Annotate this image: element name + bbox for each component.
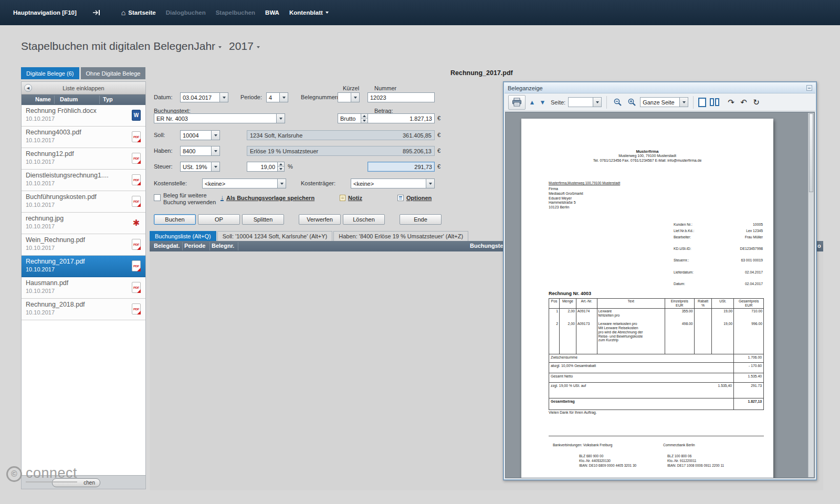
- item-cell: 19,00: [712, 309, 734, 321]
- chevron-down-icon[interactable]: [593, 98, 601, 107]
- optionen-link[interactable]: Optionen: [397, 195, 432, 201]
- table-header-cell: EinzelpreisEUR: [665, 299, 695, 308]
- page-up-icon[interactable]: ▲: [528, 99, 536, 106]
- spinner-buttons[interactable]: [361, 114, 368, 123]
- button-ende[interactable]: Ende: [400, 214, 442, 225]
- chevron-down-icon[interactable]: [219, 93, 228, 102]
- print-button[interactable]: [508, 95, 526, 110]
- doc-list-item[interactable]: Rechnung12.pdf10.10.2017PDF: [22, 148, 145, 170]
- notiz-link[interactable]: Notiz: [340, 195, 362, 201]
- beleg-weitere-line2: Buchung verwenden: [163, 199, 216, 206]
- button-löschen[interactable]: Löschen: [343, 214, 385, 225]
- doc-list-item[interactable]: Buchführungskosten.pdf10.10.2017PDF: [22, 191, 145, 213]
- collapse-arrow-icon[interactable]: ◀: [24, 84, 32, 92]
- window-menu-icon[interactable]: [806, 85, 812, 91]
- meta-label: Lief.Nr.b.Kd.:: [674, 229, 694, 233]
- booking-list-tab-0[interactable]: Buchungsliste (Alt+Q): [150, 231, 216, 241]
- rotate-cw-icon[interactable]: ↷: [726, 98, 736, 107]
- pin-icon[interactable]: [92, 9, 100, 16]
- chevron-down-icon[interactable]: [426, 179, 434, 188]
- single-page-icon[interactable]: [698, 98, 706, 107]
- nav-item-kontenblatt[interactable]: Kontenblatt: [289, 9, 329, 16]
- year-value-dropdown[interactable]: 2017: [229, 40, 260, 52]
- kostenstelle-combo[interactable]: <keine>: [202, 178, 286, 188]
- doc-list-item[interactable]: Wein_Rechnung.pdf10.10.2017PDF: [22, 234, 145, 256]
- kuerzel-value: [338, 93, 351, 102]
- image-icon: ✱: [132, 217, 141, 228]
- chevron-down-icon[interactable]: [351, 93, 359, 102]
- haben-saldo: 895.206,13: [403, 148, 432, 154]
- chevron-down-icon[interactable]: [679, 98, 688, 107]
- doc-date: 10.10.2017: [26, 202, 129, 208]
- chevron-down-icon[interactable]: [211, 162, 219, 171]
- rotate-ccw-icon[interactable]: ↶: [739, 98, 749, 107]
- booking-list-tab-1[interactable]: Soll: '10004 1234 Soft, Karlsruhe' (Alt+…: [217, 231, 333, 241]
- doc-list-item[interactable]: Rechnung4003.pdf10.10.2017PDF: [22, 127, 145, 148]
- doc-list-item[interactable]: Rechnung_2018.pdf10.10.2017PDF: [22, 299, 145, 320]
- jahr-dropdown[interactable]: Jahr: [194, 40, 222, 52]
- kostentraeger-combo[interactable]: <keine>: [351, 178, 435, 188]
- scrollbar-thumb[interactable]: [809, 113, 813, 192]
- nav-item-stapelbuchen[interactable]: Stapelbuchen: [216, 9, 255, 16]
- total-value: - 170.60: [733, 363, 763, 373]
- viewer-scrollbar[interactable]: [808, 113, 814, 477]
- rotate-180-icon[interactable]: ↻: [751, 98, 761, 107]
- doc-list-item[interactable]: Rechnung Fröhlich.docx10.10.2017W: [22, 105, 145, 127]
- table-header-cell: Rabatt%: [695, 299, 712, 308]
- doc-list-item[interactable]: rechnung.jpg10.10.2017✱: [22, 213, 145, 234]
- facing-pages-icon[interactable]: [710, 98, 719, 106]
- steuer-betrag-field[interactable]: 291,73: [368, 162, 435, 172]
- doc-list-item[interactable]: Dienstleistungsrechnung1....10.10.2017PD…: [22, 170, 145, 191]
- haben-combo[interactable]: 8400: [180, 146, 220, 156]
- beleg-weitere-checkbox[interactable]: [154, 194, 161, 201]
- nummer-field[interactable]: 12023: [368, 92, 435, 102]
- nav-item-bwa[interactable]: BWA: [265, 9, 279, 16]
- doc-list-item[interactable]: Hausmann.pdf10.10.2017PDF: [22, 277, 145, 299]
- pdf-icon: PDF: [132, 153, 141, 164]
- nav-item-startseite[interactable]: ⌂Startseite: [121, 9, 156, 16]
- viewer-toolbar: ▲ ▼ Seite:: [505, 93, 815, 111]
- zoom-mode-combo[interactable]: Ganze Seite: [640, 97, 688, 107]
- kostentraeger-label: Kostenträger:: [301, 180, 335, 186]
- booking-list-tab-2[interactable]: Haben: '8400 Erlöse 19 % Umsatzsteuer' (…: [333, 231, 468, 241]
- page-down-icon[interactable]: ▼: [539, 99, 547, 106]
- spinner-buttons[interactable]: [277, 162, 284, 171]
- chevron-down-icon[interactable]: [277, 179, 286, 188]
- viewer-titlebar[interactable]: Beleganzeige: [505, 83, 815, 93]
- zoom-in-icon[interactable]: [626, 98, 637, 107]
- note-icon: [340, 195, 345, 201]
- chevron-down-icon[interactable]: [211, 131, 219, 140]
- nav-item-dialogbuchen[interactable]: Dialogbuchen: [166, 9, 206, 16]
- steuer-combo[interactable]: USt. 19%: [180, 162, 220, 172]
- button-verwerfen[interactable]: Verwerfen: [299, 214, 341, 225]
- hauptnavigation-button[interactable]: Hauptnavigation [F10]: [13, 9, 77, 16]
- doc-name: rechnung.jpg: [26, 215, 129, 222]
- chevron-down-icon[interactable]: [276, 114, 285, 123]
- betrag-field[interactable]: 1.827,13: [368, 113, 435, 123]
- item-cell: 2: [549, 321, 560, 354]
- tab-ohne-digitale-belege[interactable]: Ohne Digitale Belege: [81, 67, 146, 79]
- periode-combo[interactable]: 4: [266, 92, 288, 102]
- soll-combo[interactable]: 10004: [180, 130, 220, 140]
- header-line: Menge: [561, 299, 575, 303]
- collapse-list-button[interactable]: ◀ Liste einklappen: [22, 82, 145, 94]
- zoom-out-icon[interactable]: [612, 98, 623, 107]
- chevron-down-icon[interactable]: [279, 93, 288, 102]
- button-splitten[interactable]: Splitten: [242, 214, 284, 225]
- buchungstext-combo[interactable]: ER Nr. 4003: [154, 113, 285, 123]
- steuer-prozent-spinner[interactable]: 19,00: [247, 162, 285, 172]
- tab-digitale-belege[interactable]: Digitale Belege (6): [21, 67, 79, 79]
- chevron-down-icon[interactable]: [211, 146, 219, 155]
- item-text-line: Mit Lexware Reisekosten: [598, 326, 664, 330]
- button-buchen[interactable]: Buchen: [154, 214, 196, 225]
- soll-account-name: 1234 Soft, Karlsruhe: [250, 132, 302, 139]
- datum-combo[interactable]: 03.04.2017: [180, 92, 228, 102]
- brutto-spinner[interactable]: Brutto: [338, 113, 368, 123]
- pdf-icon: PDF: [132, 196, 141, 207]
- page-number-combo[interactable]: [568, 97, 602, 107]
- document-viewport[interactable]: MusterfirmaMusterweg 100, 79100 Musterst…: [505, 112, 815, 478]
- kuerzel-combo[interactable]: [338, 92, 360, 102]
- als-buchungsvorlage-speichern-link[interactable]: ↓ Als Buchungsvorlage speichern: [220, 195, 314, 201]
- doc-list-item[interactable]: Rechnung_2017.pdf10.10.2017PDF: [22, 256, 145, 277]
- button-op[interactable]: OP: [198, 214, 240, 225]
